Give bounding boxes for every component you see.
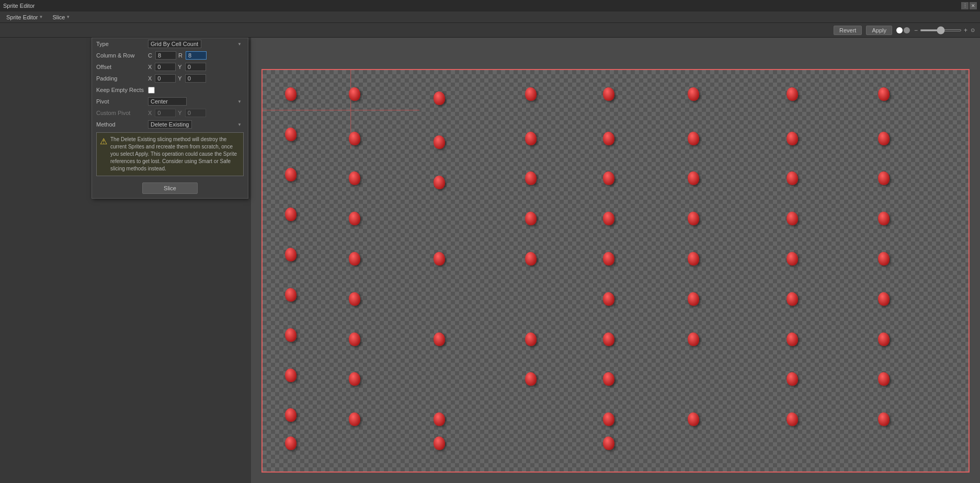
- offset-x-input[interactable]: [155, 63, 176, 71]
- column-row-row: Column & Row C R: [92, 50, 248, 61]
- canvas-viewport: [261, 69, 970, 473]
- sprite-blob: [687, 211, 699, 226]
- title-bar: Sprite Editor ⋮ ✕: [0, 0, 980, 12]
- sprite-blob: [785, 131, 798, 146]
- slice-button[interactable]: Slice: [142, 182, 198, 194]
- sprite-blob: [525, 87, 537, 101]
- chevron-down-icon: ▼: [39, 15, 43, 19]
- sprite-blob: [284, 436, 297, 451]
- custom-pivot-x-input: [155, 109, 176, 117]
- padding-y-label: Y: [178, 75, 181, 82]
- keep-empty-checkbox[interactable]: [148, 87, 155, 94]
- sprite-blob: [785, 171, 798, 186]
- method-select-wrapper: Delete Existing Smart Safe: [148, 120, 244, 129]
- padding-x-label: X: [148, 75, 152, 82]
- chevron-down-icon: ▼: [66, 15, 70, 19]
- sprite-blob: [432, 251, 445, 266]
- sprite-blob: [525, 372, 537, 386]
- zoom-slider[interactable]: [920, 29, 962, 31]
- sprite-blob: [284, 167, 297, 182]
- pivot-label: Pivot: [96, 98, 146, 105]
- sprite-blob: [348, 292, 360, 306]
- keep-empty-row: Keep Empty Rects: [92, 84, 248, 96]
- color-swatch-2[interactable]: [904, 27, 910, 33]
- pivot-select[interactable]: Center Top Left Top Top Right Left Right…: [148, 97, 187, 106]
- padding-x-input[interactable]: [155, 74, 176, 83]
- custom-pivot-inputs: X Y: [148, 109, 244, 117]
- pivot-row: Pivot Center Top Left Top Top Right Left…: [92, 96, 248, 107]
- keep-empty-label: Keep Empty Rects: [96, 87, 146, 93]
- sprite-blob: [785, 332, 798, 347]
- sprite-blob: [432, 175, 445, 190]
- top-toolbar: Revert Apply − + ⊙: [0, 23, 980, 38]
- offset-y-input[interactable]: [185, 63, 206, 71]
- sprite-blob: [602, 436, 614, 451]
- sprite-blob: [878, 87, 890, 101]
- padding-inputs: X Y: [148, 74, 244, 83]
- sprite-blob: [602, 131, 614, 146]
- sprite-blob: [525, 131, 537, 146]
- custom-pivot-label: Custom Pivot: [96, 110, 146, 116]
- padding-y-input[interactable]: [185, 74, 206, 83]
- title-bar-controls: ⋮ ✕: [961, 2, 977, 9]
- revert-button[interactable]: Revert: [834, 26, 862, 35]
- custom-pivot-x-label: X: [148, 110, 152, 116]
- sprite-blob: [878, 211, 890, 226]
- sprite-blob: [284, 288, 297, 302]
- type-select-wrapper: Grid By Cell Count Grid By Cell Size Aut…: [148, 40, 244, 48]
- sprite-blob: [878, 292, 890, 306]
- apply-button[interactable]: Apply: [866, 26, 892, 35]
- sprite-blob: [348, 372, 360, 386]
- slice-popup: Type Grid By Cell Count Grid By Cell Siz…: [92, 38, 248, 199]
- sprite-blob: [878, 171, 890, 186]
- type-select[interactable]: Grid By Cell Count Grid By Cell Size Aut…: [148, 40, 201, 48]
- offset-row: Offset X Y: [92, 61, 248, 73]
- sprite-blob: [785, 292, 798, 306]
- main-content: Type Grid By Cell Count Grid By Cell Siz…: [0, 38, 980, 483]
- zoom-controls: − + ⊙: [914, 27, 975, 34]
- sprite-blob: [348, 171, 360, 186]
- color-swatch-1[interactable]: [896, 27, 903, 33]
- sprite-blob: [602, 251, 614, 266]
- zoom-reset-icon[interactable]: ⊙: [971, 27, 975, 33]
- menu-slice[interactable]: Slice ▼: [48, 13, 74, 21]
- sprite-blob: [348, 131, 360, 146]
- column-input[interactable]: [155, 51, 176, 60]
- sprite-blob: [785, 251, 798, 266]
- sprite-blob: [348, 87, 360, 101]
- sprite-blob: [602, 211, 614, 226]
- padding-label: Padding: [96, 75, 146, 82]
- zoom-out-icon[interactable]: −: [914, 27, 918, 34]
- zoom-in-icon[interactable]: +: [964, 27, 967, 34]
- slice-button-row: Slice: [92, 178, 248, 198]
- method-select[interactable]: Delete Existing Smart Safe: [148, 120, 192, 129]
- sprite-blob: [602, 87, 614, 101]
- sprite-blob: [785, 87, 798, 101]
- sprite-blob: [348, 251, 360, 266]
- sprite-blob: [348, 412, 360, 427]
- sprite-blob: [284, 247, 297, 262]
- sprite-blob: [284, 87, 297, 101]
- title-bar-close-btn[interactable]: ✕: [970, 2, 977, 9]
- canvas-area[interactable]: [251, 38, 980, 483]
- sprite-blob: [525, 171, 537, 186]
- offset-inputs: X Y: [148, 63, 244, 71]
- sprite-blob: [348, 332, 360, 347]
- sprite-blob: [525, 332, 537, 347]
- sprite-blob: [785, 372, 798, 386]
- col-label: C: [148, 52, 152, 59]
- menu-bar: Sprite Editor ▼ Slice ▼: [0, 12, 980, 23]
- title-bar-menu-btn[interactable]: ⋮: [961, 2, 968, 9]
- sprite-blob: [284, 328, 297, 342]
- title-bar-title: Sprite Editor: [3, 3, 35, 9]
- sprite-blob: [878, 332, 890, 347]
- pivot-select-wrapper: Center Top Left Top Top Right Left Right…: [148, 97, 244, 106]
- sprite-blob: [525, 251, 537, 266]
- sprite-blob: [602, 292, 614, 306]
- menu-sprite-editor[interactable]: Sprite Editor ▼: [2, 13, 47, 21]
- type-row: Type Grid By Cell Count Grid By Cell Siz…: [92, 38, 248, 50]
- row-input[interactable]: [186, 51, 207, 60]
- offset-label: Offset: [96, 64, 146, 70]
- sprite-blob: [878, 412, 890, 427]
- sprite-blob: [687, 131, 699, 146]
